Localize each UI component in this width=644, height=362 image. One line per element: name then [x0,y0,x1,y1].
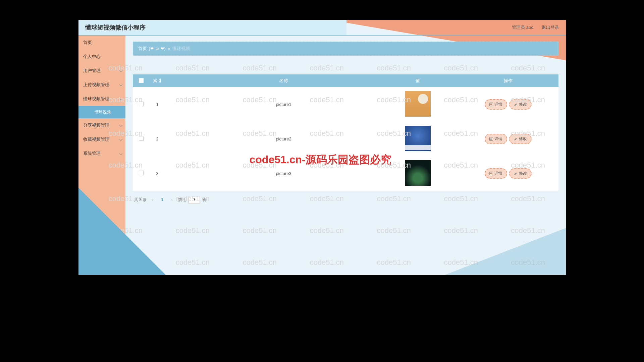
app-title: 懂球短视频微信小程序 [85,23,146,32]
sidebar-item-share-video[interactable]: 分享视频管理 [78,118,125,132]
pagination-next[interactable]: › [170,197,174,202]
row-checkbox[interactable] [139,102,144,106]
row-index: 3 [150,156,190,191]
sidebar-item-profile[interactable]: 个人中心 [78,50,125,64]
breadcrumb: 首页 (❤ ω ❤) » 懂球视频 [133,42,558,56]
sidebar-item-upload-video[interactable]: 上传视频管理 [78,78,125,92]
sidebar-item-dongqiu-video[interactable]: 懂球视频管理 [78,92,125,106]
row-name: picture2 [190,122,378,156]
pagination-goto-input[interactable] [189,196,200,203]
row-name: picture3 [190,156,378,191]
decorative-triangle-br [445,228,566,275]
sidebar-item-user-mgmt[interactable]: 用户管理 [78,64,125,78]
detail-button[interactable]: 详情 [485,168,507,179]
row-thumbnail[interactable] [405,126,431,151]
col-header-index: 索引 [150,74,190,87]
select-all-checkbox[interactable] [139,78,144,83]
table-row: 2picture2详情修改 [133,122,558,156]
row-checkbox[interactable] [139,171,144,175]
row-index: 1 [150,87,190,122]
pagination: 共 3 条 ‹ 1 › 前往 页 [133,191,558,203]
breadcrumb-decor: (❤ ω ❤) [149,46,166,51]
sidebar-item-favorite-video[interactable]: 收藏视频管理 [78,132,125,146]
data-table: 索引 名称 值 操作 1picture1详情修改2picture2详情修改3pi… [133,74,558,191]
pagination-goto-prefix: 前往 [178,197,186,202]
edit-icon [514,172,518,175]
breadcrumb-current: 懂球视频 [172,46,190,52]
detail-button[interactable]: 详情 [485,134,507,144]
edit-button[interactable]: 修改 [509,168,532,179]
edit-button[interactable]: 修改 [509,99,532,110]
edit-icon [514,103,518,106]
breadcrumb-sep: » [168,46,171,51]
sidebar-submenu-dongqiu: 懂球视频 [78,106,125,118]
detail-icon [489,103,493,106]
row-thumbnail[interactable] [405,160,431,186]
edit-button[interactable]: 修改 [509,134,532,144]
row-index: 2 [150,122,190,156]
detail-icon [489,172,493,175]
table-row: 3picture3详情修改 [133,156,558,191]
sidebar-item-system[interactable]: 系统管理 [78,146,125,161]
decorative-triangle-bl [78,188,166,275]
pagination-goto-suffix: 页 [203,197,207,202]
row-name: picture1 [190,87,378,122]
detail-icon [489,137,493,141]
logout-link[interactable]: 退出登录 [542,24,559,31]
breadcrumb-home[interactable]: 首页 [138,46,147,52]
table-row: 1picture1详情修改 [133,87,558,122]
app-window: 懂球短视频微信小程序 管理员 abo 退出登录 首页 个人中心 用户管理 上传视… [78,20,566,275]
col-header-value: 值 [378,74,458,87]
detail-button[interactable]: 详情 [485,99,507,110]
col-header-name: 名称 [190,74,378,87]
sidebar-subitem-dongqiu-video[interactable]: 懂球视频 [78,106,125,118]
edit-icon [514,137,518,141]
sidebar-item-home[interactable]: 首页 [78,36,125,50]
header-bar: 懂球短视频微信小程序 管理员 abo 退出登录 [78,20,566,36]
col-header-action: 操作 [458,74,558,87]
admin-user-link[interactable]: 管理员 abo [512,24,533,31]
row-thumbnail[interactable] [405,91,431,117]
row-checkbox[interactable] [139,136,144,141]
pagination-goto: 前往 页 [178,196,207,203]
